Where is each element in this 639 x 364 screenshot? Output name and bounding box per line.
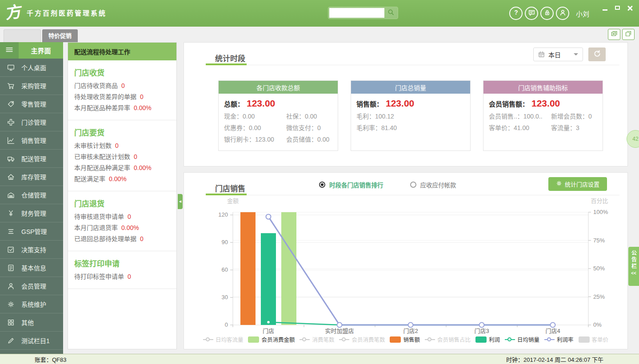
svg-text:60: 60 xyxy=(222,266,228,273)
todo-row-label: 已审核未配送计划数 xyxy=(74,153,130,160)
todo-row[interactable]: 门店待收货商品0 xyxy=(74,80,170,91)
stat-row: 银行刷卡：123.00会员储值：0.00 xyxy=(224,134,332,145)
member-icon xyxy=(7,282,18,290)
todo-row[interactable]: 已退回总部待处理单据0 xyxy=(74,233,170,245)
minimize-button[interactable] xyxy=(602,4,609,12)
todo-row-label: 待处理收货差异的单据 xyxy=(74,93,136,100)
legend-label: 利润率 xyxy=(557,335,574,344)
legend-bar-swatch xyxy=(579,336,590,343)
sidebar-item-personal-desktop[interactable]: 个人桌面 xyxy=(0,59,63,77)
lock-button[interactable] xyxy=(540,7,554,20)
svg-text:金额: 金额 xyxy=(227,198,239,204)
legend-item[interactable]: 会员消费金额 xyxy=(248,335,295,344)
legend-item[interactable]: 会员消费笔数 xyxy=(339,335,385,344)
maximize-button[interactable] xyxy=(614,4,621,12)
legend-bar-swatch xyxy=(390,336,401,343)
todo-row-value: 0 xyxy=(128,273,131,280)
sidebar-item-basic-info[interactable]: 基本信息 xyxy=(0,259,63,277)
help-button[interactable]: ? xyxy=(509,7,523,20)
sidebar-item-purchase[interactable]: 采购管理 xyxy=(0,77,63,95)
todo-section: 标签打印申请待打印标签申请单0 xyxy=(68,251,176,289)
cascade-windows-icon xyxy=(625,30,632,39)
sidebar-item-maintenance[interactable]: 系统维护 xyxy=(0,295,63,313)
todo-row[interactable]: 待审核退货申请单0 xyxy=(74,211,170,222)
period-select[interactable]: 本日 xyxy=(533,47,583,61)
todo-row[interactable]: 已审核未配送计划数0 xyxy=(74,151,170,162)
search-button[interactable] xyxy=(384,8,397,18)
sidebar-item-member[interactable]: 会员管理 xyxy=(0,277,63,295)
message-button[interactable] xyxy=(525,7,538,20)
sidebar-item-clinic[interactable]: 门诊管理 xyxy=(0,113,63,131)
notification-badge[interactable]: 42 xyxy=(627,130,639,148)
legend-item[interactable]: 客单价 xyxy=(579,335,609,344)
cascade-windows-button[interactable] xyxy=(622,29,635,40)
sidebar-item-sales[interactable]: 销售管理 xyxy=(0,131,63,150)
close-all-windows-button[interactable] xyxy=(608,29,620,40)
stat-primary-value: 123.00 xyxy=(531,98,560,109)
todo-row[interactable]: 本月配送品种差异率0.00% xyxy=(74,103,170,114)
store-settings-button[interactable]: 统计门店设置 xyxy=(548,177,607,191)
legend-item[interactable]: 利润 xyxy=(475,335,500,344)
legend-item[interactable]: 日均客流量 xyxy=(203,335,244,344)
todo-row-label: 待审核退货申请单 xyxy=(74,213,124,220)
yen-icon xyxy=(7,210,18,217)
svg-text:25%: 25% xyxy=(593,293,605,300)
radio-sales-ranking[interactable]: 时段各门店销售排行 xyxy=(319,180,383,189)
svg-text:120: 120 xyxy=(218,211,228,218)
desktop-icon xyxy=(7,64,18,71)
legend-item[interactable]: 销售额 xyxy=(390,335,420,344)
todo-row[interactable]: 待打印标签申请单0 xyxy=(74,271,170,282)
legend-line-marker-icon xyxy=(203,336,213,343)
todo-row[interactable]: 本月门店退货率0.00% xyxy=(74,222,170,233)
sidebar-item-warehouse[interactable]: 仓储管理 xyxy=(0,186,63,204)
divider xyxy=(206,65,619,65)
sidebar-item-finance[interactable]: 财务管理 xyxy=(0,204,63,222)
tab-blank[interactable] xyxy=(4,29,41,42)
app-title: 千方百剂医药管理系统 xyxy=(27,8,107,17)
menu-toggle-button[interactable] xyxy=(0,42,19,59)
todo-row[interactable]: 未审核计划数0 xyxy=(74,140,170,151)
announcement-tab[interactable]: 公告栏 << xyxy=(628,247,639,286)
legend-item[interactable]: 会员销售占比 xyxy=(425,335,471,344)
svg-text:百分比: 百分比 xyxy=(591,198,608,204)
stat-card-title: 门店销售辅助指标 xyxy=(483,81,603,94)
todo-row-value: 0.00% xyxy=(121,224,139,231)
todo-row[interactable]: 配送满足率0.00% xyxy=(74,174,170,185)
sidebar-item-distribution[interactable]: 配送管理 xyxy=(0,150,63,168)
todo-row-value: 0.00% xyxy=(134,164,152,171)
sidebar-item-decision[interactable]: 决策支持 xyxy=(0,241,63,259)
legend-bar-swatch xyxy=(248,336,259,343)
username: 小刘 xyxy=(576,9,589,18)
sidebar-item-inventory[interactable]: 库存管理 xyxy=(0,168,63,186)
sidebar-title[interactable]: 主界面 xyxy=(19,42,63,59)
app-window: 方 千方百剂医药管理系统 ? 小刘 特价促销 主界面 xyxy=(0,0,639,364)
tag-icon xyxy=(7,100,18,108)
sidebar-item-test-column-1[interactable]: 测试栏目1 xyxy=(0,332,63,350)
refresh-button[interactable] xyxy=(588,47,606,61)
stat-cell: 毛利率：81.40 xyxy=(356,122,419,134)
close-button[interactable] xyxy=(627,4,634,12)
todo-row-value: 0.00% xyxy=(109,175,127,182)
todo-row[interactable]: 待处理收货差异的单据0 xyxy=(74,91,170,103)
sidebar-item-gsp[interactable]: GSP管理 xyxy=(0,222,63,241)
tab-special-promotion[interactable]: 特价促销 xyxy=(42,29,78,42)
cross-icon xyxy=(7,119,18,126)
radio-receivables-payables[interactable]: 应收应付帐款 xyxy=(410,180,456,189)
app-header: 方 千方百剂医药管理系统 ? 小刘 xyxy=(0,0,639,27)
legend-item[interactable]: 日均销量 xyxy=(505,335,539,344)
sidebar-item-other[interactable]: 其他 xyxy=(0,313,63,332)
svg-text:门店4: 门店4 xyxy=(545,328,560,334)
svg-text:门店: 门店 xyxy=(263,328,274,334)
legend-label: 利润 xyxy=(489,335,500,344)
global-search xyxy=(328,7,398,19)
panel-collapse-button[interactable]: ◀ xyxy=(178,194,183,209)
sidebar-item-retail[interactable]: 零售管理 xyxy=(0,95,63,113)
legend-line-marker-icon xyxy=(300,336,310,343)
user-button[interactable] xyxy=(556,7,569,20)
legend-item[interactable]: 消费笔数 xyxy=(300,335,334,344)
todo-row-label: 本月配送品种满足率 xyxy=(74,164,130,171)
legend-item[interactable]: 利润率 xyxy=(544,335,574,344)
stat-card-title: 门店总销量 xyxy=(351,81,470,94)
search-input[interactable] xyxy=(329,8,384,18)
todo-row[interactable]: 本月配送品种满足率0.00% xyxy=(74,162,170,174)
